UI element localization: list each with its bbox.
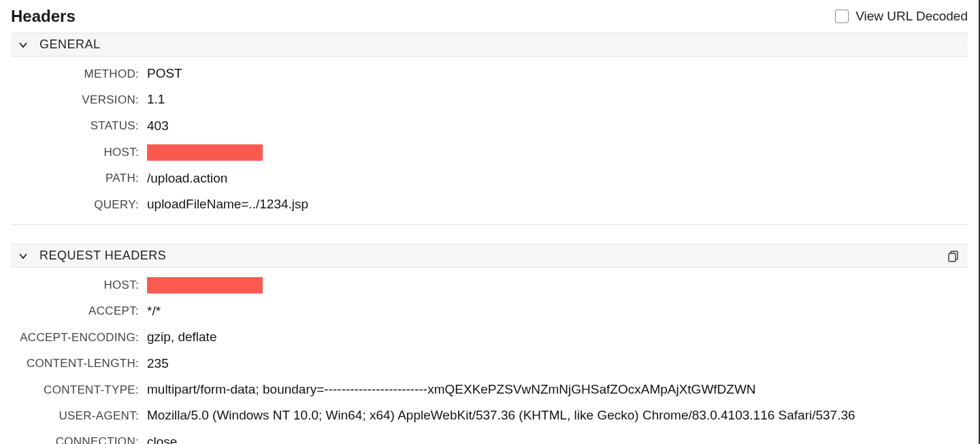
table-row: STATUS: 403: [11, 113, 968, 139]
row-value: 1.1: [147, 89, 968, 110]
row-value: */*: [147, 301, 968, 321]
row-key: CONTENT-LENGTH:: [11, 354, 147, 372]
general-section-header[interactable]: GENERAL: [11, 33, 968, 57]
general-section-label: GENERAL: [39, 37, 101, 52]
row-value: multipart/form-data; boundary=----------…: [147, 379, 968, 400]
row-key: PATH:: [11, 169, 147, 187]
row-value: POST: [147, 63, 968, 84]
table-row: CONNECTION: close: [11, 429, 968, 444]
row-value: Mozilla/5.0 (Windows NT 10.0; Win64; x64…: [147, 405, 968, 426]
redacted-block: [147, 144, 263, 161]
row-value: uploadFileName=../1234.jsp: [147, 194, 968, 215]
table-row: ACCEPT-ENCODING: gzip, deflate: [11, 324, 968, 350]
table-row: HOST:: [11, 272, 968, 298]
row-key: METHOD:: [11, 65, 147, 83]
row-value: 403: [147, 116, 968, 136]
checkbox-icon[interactable]: [835, 10, 849, 23]
general-rows: METHOD: POST VERSION: 1.1 STATUS: 403 HO…: [11, 57, 968, 225]
chevron-down-icon: [18, 251, 29, 261]
row-key: STATUS:: [11, 116, 147, 135]
row-value: close: [147, 432, 968, 444]
row-value: 235: [147, 353, 968, 374]
general-section: GENERAL METHOD: POST VERSION: 1.1 STATUS…: [11, 33, 968, 225]
headers-panel: Headers View URL Decoded GENERAL METHOD:…: [0, 0, 980, 444]
row-key: HOST:: [11, 276, 147, 294]
redacted-block: [147, 277, 263, 294]
table-row: QUERY: uploadFileName=../1234.jsp: [11, 191, 968, 217]
table-row: PATH: /upload.action: [11, 165, 968, 191]
row-key: CONTENT-TYPE:: [11, 381, 147, 399]
request-headers-section-header[interactable]: REQUEST HEADERS: [11, 244, 968, 268]
table-row: CONTENT-LENGTH: 235: [11, 351, 968, 377]
svg-rect-1: [949, 253, 956, 261]
request-headers-section-label: REQUEST HEADERS: [39, 249, 166, 263]
table-row: VERSION: 1.1: [11, 86, 968, 112]
row-value: gzip, deflate: [147, 327, 968, 347]
row-key: ACCEPT-ENCODING:: [11, 328, 147, 347]
view-url-decoded-toggle[interactable]: View URL Decoded: [835, 9, 968, 24]
page-title: Headers: [11, 7, 76, 26]
row-key: QUERY:: [11, 195, 147, 214]
chevron-down-icon: [18, 39, 29, 50]
row-value-redacted: [147, 142, 968, 162]
request-headers-section: REQUEST HEADERS HOST: ACCEPT: */* ACCEPT…: [11, 244, 968, 444]
table-row: USER-AGENT: Mozilla/5.0 (Windows NT 10.0…: [11, 402, 968, 428]
table-row: ACCEPT: */*: [11, 298, 968, 324]
row-key: CONNECTION:: [11, 432, 147, 444]
view-url-decoded-label: View URL Decoded: [855, 9, 968, 24]
row-value-redacted: [147, 274, 968, 295]
copy-icon[interactable]: [946, 249, 961, 264]
request-rows: HOST: ACCEPT: */* ACCEPT-ENCODING: gzip,…: [11, 268, 968, 444]
row-key: HOST:: [11, 143, 147, 161]
titlebar: Headers View URL Decoded: [11, 7, 968, 30]
table-row: HOST:: [11, 139, 968, 165]
table-row: CONTENT-TYPE: multipart/form-data; bound…: [11, 377, 968, 402]
row-value: /upload.action: [147, 168, 968, 189]
row-key: USER-AGENT:: [11, 407, 147, 425]
table-row: METHOD: POST: [11, 61, 968, 86]
row-key: VERSION:: [11, 91, 147, 109]
section-spacer: [11, 225, 968, 241]
row-key: ACCEPT:: [11, 302, 147, 320]
